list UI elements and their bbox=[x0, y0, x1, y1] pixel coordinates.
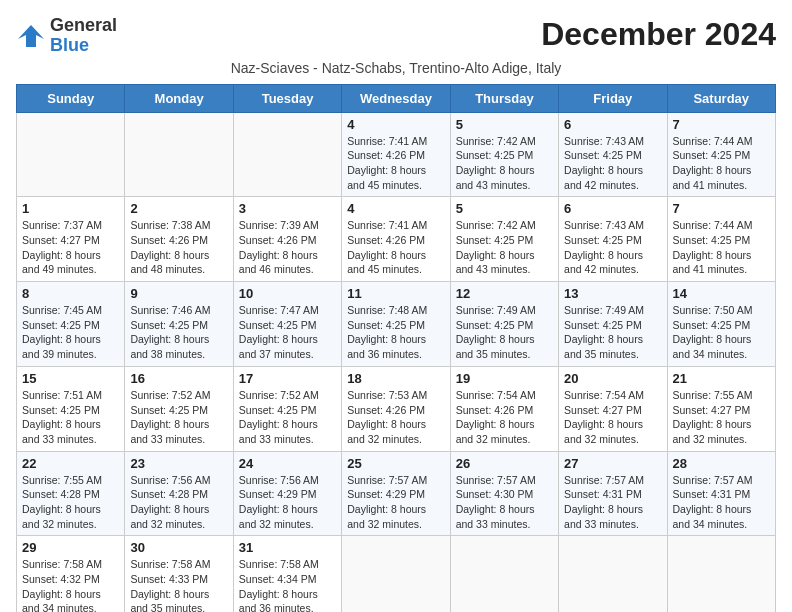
day-detail: Sunrise: 7:58 AMSunset: 4:32 PMDaylight:… bbox=[22, 558, 102, 612]
month-title: December 2024 bbox=[541, 16, 776, 53]
calendar-row: 22 Sunrise: 7:55 AMSunset: 4:28 PMDaylig… bbox=[17, 451, 776, 536]
table-row: 22 Sunrise: 7:55 AMSunset: 4:28 PMDaylig… bbox=[17, 451, 125, 536]
page-header: General Blue December 2024 bbox=[16, 16, 776, 56]
day-number: 19 bbox=[456, 371, 553, 386]
subtitle: Naz-Sciaves - Natz-Schabs, Trentino-Alto… bbox=[16, 60, 776, 76]
day-number: 25 bbox=[347, 456, 444, 471]
col-wednesday: Wednesday bbox=[342, 84, 450, 112]
day-number: 16 bbox=[130, 371, 227, 386]
day-detail: Sunrise: 7:41 AMSunset: 4:26 PMDaylight:… bbox=[347, 135, 427, 191]
table-row: 29 Sunrise: 7:58 AMSunset: 4:32 PMDaylig… bbox=[17, 536, 125, 612]
day-detail: Sunrise: 7:39 AMSunset: 4:26 PMDaylight:… bbox=[239, 219, 319, 275]
day-number: 4 bbox=[347, 117, 444, 132]
calendar-header-row: Sunday Monday Tuesday Wednesday Thursday… bbox=[17, 84, 776, 112]
table-row: 25 Sunrise: 7:57 AMSunset: 4:29 PMDaylig… bbox=[342, 451, 450, 536]
day-number: 14 bbox=[673, 286, 770, 301]
logo-text: General Blue bbox=[50, 16, 117, 56]
calendar-row: 15 Sunrise: 7:51 AMSunset: 4:25 PMDaylig… bbox=[17, 366, 776, 451]
table-row: 28 Sunrise: 7:57 AMSunset: 4:31 PMDaylig… bbox=[667, 451, 775, 536]
col-sunday: Sunday bbox=[17, 84, 125, 112]
day-number: 26 bbox=[456, 456, 553, 471]
table-row: 15 Sunrise: 7:51 AMSunset: 4:25 PMDaylig… bbox=[17, 366, 125, 451]
day-number: 3 bbox=[239, 201, 336, 216]
table-row: 19 Sunrise: 7:54 AMSunset: 4:26 PMDaylig… bbox=[450, 366, 558, 451]
day-detail: Sunrise: 7:46 AMSunset: 4:25 PMDaylight:… bbox=[130, 304, 210, 360]
table-row: 6 Sunrise: 7:43 AMSunset: 4:25 PMDayligh… bbox=[559, 197, 667, 282]
day-detail: Sunrise: 7:57 AMSunset: 4:31 PMDaylight:… bbox=[564, 474, 644, 530]
day-number: 6 bbox=[564, 201, 661, 216]
calendar-row: 29 Sunrise: 7:58 AMSunset: 4:32 PMDaylig… bbox=[17, 536, 776, 612]
day-detail: Sunrise: 7:57 AMSunset: 4:29 PMDaylight:… bbox=[347, 474, 427, 530]
logo-blue: Blue bbox=[50, 35, 89, 55]
table-row: 16 Sunrise: 7:52 AMSunset: 4:25 PMDaylig… bbox=[125, 366, 233, 451]
table-row: 12 Sunrise: 7:49 AMSunset: 4:25 PMDaylig… bbox=[450, 282, 558, 367]
table-row: 7 Sunrise: 7:44 AMSunset: 4:25 PMDayligh… bbox=[667, 112, 775, 197]
table-row bbox=[559, 536, 667, 612]
day-detail: Sunrise: 7:53 AMSunset: 4:26 PMDaylight:… bbox=[347, 389, 427, 445]
day-number: 13 bbox=[564, 286, 661, 301]
day-number: 17 bbox=[239, 371, 336, 386]
logo: General Blue bbox=[16, 16, 117, 56]
day-number: 6 bbox=[564, 117, 661, 132]
logo-icon bbox=[16, 21, 46, 51]
day-detail: Sunrise: 7:58 AMSunset: 4:34 PMDaylight:… bbox=[239, 558, 319, 612]
table-row: 18 Sunrise: 7:53 AMSunset: 4:26 PMDaylig… bbox=[342, 366, 450, 451]
day-number: 28 bbox=[673, 456, 770, 471]
table-row: 3 Sunrise: 7:39 AMSunset: 4:26 PMDayligh… bbox=[233, 197, 341, 282]
table-row: 4 Sunrise: 7:41 AMSunset: 4:26 PMDayligh… bbox=[342, 112, 450, 197]
day-number: 20 bbox=[564, 371, 661, 386]
day-number: 18 bbox=[347, 371, 444, 386]
day-number: 15 bbox=[22, 371, 119, 386]
day-number: 7 bbox=[673, 201, 770, 216]
table-row bbox=[125, 112, 233, 197]
day-number: 31 bbox=[239, 540, 336, 555]
day-detail: Sunrise: 7:57 AMSunset: 4:30 PMDaylight:… bbox=[456, 474, 536, 530]
day-number: 5 bbox=[456, 117, 553, 132]
day-number: 5 bbox=[456, 201, 553, 216]
svg-marker-0 bbox=[18, 25, 44, 47]
day-number: 23 bbox=[130, 456, 227, 471]
table-row: 2 Sunrise: 7:38 AMSunset: 4:26 PMDayligh… bbox=[125, 197, 233, 282]
day-number: 12 bbox=[456, 286, 553, 301]
table-row: 5 Sunrise: 7:42 AMSunset: 4:25 PMDayligh… bbox=[450, 112, 558, 197]
day-detail: Sunrise: 7:43 AMSunset: 4:25 PMDaylight:… bbox=[564, 219, 644, 275]
day-detail: Sunrise: 7:45 AMSunset: 4:25 PMDaylight:… bbox=[22, 304, 102, 360]
calendar-row: 4 Sunrise: 7:41 AMSunset: 4:26 PMDayligh… bbox=[17, 112, 776, 197]
day-detail: Sunrise: 7:38 AMSunset: 4:26 PMDaylight:… bbox=[130, 219, 210, 275]
col-saturday: Saturday bbox=[667, 84, 775, 112]
col-friday: Friday bbox=[559, 84, 667, 112]
table-row bbox=[667, 536, 775, 612]
day-number: 8 bbox=[22, 286, 119, 301]
day-detail: Sunrise: 7:48 AMSunset: 4:25 PMDaylight:… bbox=[347, 304, 427, 360]
day-detail: Sunrise: 7:37 AMSunset: 4:27 PMDaylight:… bbox=[22, 219, 102, 275]
day-number: 7 bbox=[673, 117, 770, 132]
table-row: 30 Sunrise: 7:58 AMSunset: 4:33 PMDaylig… bbox=[125, 536, 233, 612]
table-row: 21 Sunrise: 7:55 AMSunset: 4:27 PMDaylig… bbox=[667, 366, 775, 451]
table-row: 13 Sunrise: 7:49 AMSunset: 4:25 PMDaylig… bbox=[559, 282, 667, 367]
day-detail: Sunrise: 7:54 AMSunset: 4:26 PMDaylight:… bbox=[456, 389, 536, 445]
day-number: 2 bbox=[130, 201, 227, 216]
day-detail: Sunrise: 7:47 AMSunset: 4:25 PMDaylight:… bbox=[239, 304, 319, 360]
table-row: 24 Sunrise: 7:56 AMSunset: 4:29 PMDaylig… bbox=[233, 451, 341, 536]
table-row: 1 Sunrise: 7:37 AMSunset: 4:27 PMDayligh… bbox=[17, 197, 125, 282]
day-number: 1 bbox=[22, 201, 119, 216]
day-number: 27 bbox=[564, 456, 661, 471]
table-row bbox=[450, 536, 558, 612]
day-detail: Sunrise: 7:51 AMSunset: 4:25 PMDaylight:… bbox=[22, 389, 102, 445]
day-number: 29 bbox=[22, 540, 119, 555]
col-tuesday: Tuesday bbox=[233, 84, 341, 112]
day-detail: Sunrise: 7:52 AMSunset: 4:25 PMDaylight:… bbox=[239, 389, 319, 445]
table-row: 26 Sunrise: 7:57 AMSunset: 4:30 PMDaylig… bbox=[450, 451, 558, 536]
table-row: 9 Sunrise: 7:46 AMSunset: 4:25 PMDayligh… bbox=[125, 282, 233, 367]
calendar-row: 1 Sunrise: 7:37 AMSunset: 4:27 PMDayligh… bbox=[17, 197, 776, 282]
day-detail: Sunrise: 7:41 AMSunset: 4:26 PMDaylight:… bbox=[347, 219, 427, 275]
day-detail: Sunrise: 7:50 AMSunset: 4:25 PMDaylight:… bbox=[673, 304, 753, 360]
day-detail: Sunrise: 7:42 AMSunset: 4:25 PMDaylight:… bbox=[456, 135, 536, 191]
day-detail: Sunrise: 7:56 AMSunset: 4:29 PMDaylight:… bbox=[239, 474, 319, 530]
day-number: 11 bbox=[347, 286, 444, 301]
table-row: 11 Sunrise: 7:48 AMSunset: 4:25 PMDaylig… bbox=[342, 282, 450, 367]
day-number: 24 bbox=[239, 456, 336, 471]
day-number: 21 bbox=[673, 371, 770, 386]
day-detail: Sunrise: 7:44 AMSunset: 4:25 PMDaylight:… bbox=[673, 219, 753, 275]
table-row: 20 Sunrise: 7:54 AMSunset: 4:27 PMDaylig… bbox=[559, 366, 667, 451]
